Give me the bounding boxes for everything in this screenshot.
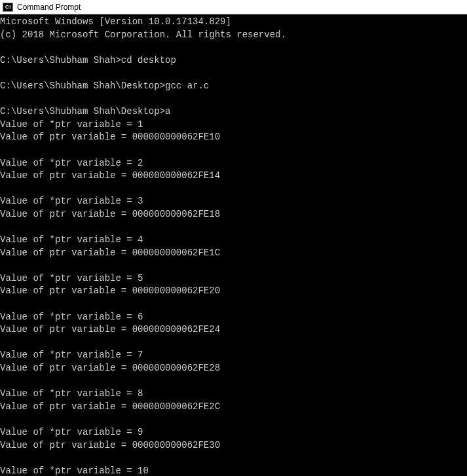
output-line: Value of ptr variable = 000000000062FE1C xyxy=(0,247,220,258)
prompt: C:\Users\Shubham Shah> xyxy=(0,55,121,65)
output-line: Value of ptr variable = 000000000062FE20 xyxy=(0,285,220,296)
output-line: Value of ptr variable = 000000000062FE24 xyxy=(0,324,220,335)
window-title: Command Prompt xyxy=(17,3,81,12)
output-line: Value of ptr variable = 000000000062FE10 xyxy=(0,132,220,142)
prompt: C:\Users\Shubham Shah\Desktop> xyxy=(0,106,165,117)
version-line: Microsoft Windows [Version 10.0.17134.82… xyxy=(0,16,231,27)
output-line: Value of *ptr variable = 9 xyxy=(0,427,143,437)
output-line: Value of *ptr variable = 5 xyxy=(0,273,143,284)
output-line: Value of *ptr variable = 3 xyxy=(0,196,143,206)
output-line: Value of *ptr variable = 4 xyxy=(0,234,143,245)
output-line: Value of ptr variable = 000000000062FE28 xyxy=(0,363,220,373)
output-line: Value of *ptr variable = 8 xyxy=(0,388,143,399)
window-titlebar[interactable]: C:\ Command Prompt xyxy=(0,0,467,14)
output-line: Value of *ptr variable = 7 xyxy=(0,350,143,360)
output-line: Value of *ptr variable = 1 xyxy=(0,119,143,130)
cmd-icon: C:\ xyxy=(3,3,13,12)
output-line: Value of ptr variable = 000000000062FE18 xyxy=(0,209,220,219)
prompt: C:\Users\Shubham Shah\Desktop> xyxy=(0,81,165,91)
output-line: Value of ptr variable = 000000000062FE14 xyxy=(0,170,220,181)
command-text: gcc ar.c xyxy=(165,81,209,91)
command-text: cd desktop xyxy=(121,55,176,65)
output-line: Value of ptr variable = 000000000062FE30 xyxy=(0,440,220,450)
output-line: Value of *ptr variable = 2 xyxy=(0,158,143,168)
copyright-line: (c) 2018 Microsoft Corporation. All righ… xyxy=(0,29,286,40)
command-text: a xyxy=(165,106,170,117)
terminal-output[interactable]: Microsoft Windows [Version 10.0.17134.82… xyxy=(0,14,467,476)
output-line: Value of *ptr variable = 6 xyxy=(0,312,143,322)
output-line: Value of ptr variable = 000000000062FE2C xyxy=(0,401,220,412)
output-line: Value of *ptr variable = 10 xyxy=(0,466,149,476)
